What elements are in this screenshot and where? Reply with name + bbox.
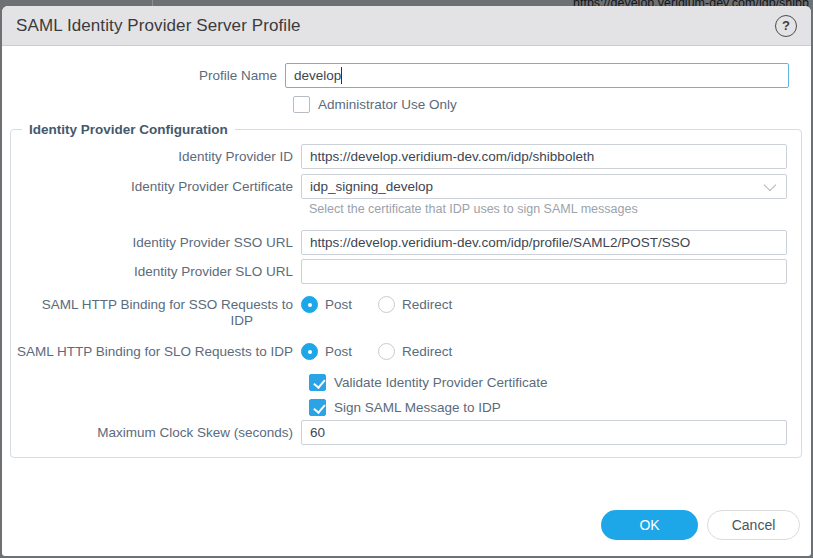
sso-binding-row: SAML HTTP Binding for SSO Requests to ID… (11, 292, 787, 329)
saml-idp-server-profile-dialog: SAML Identity Provider Server Profile ? … (2, 6, 811, 556)
idp-slo-url-row: Identity Provider SLO URL (11, 259, 787, 284)
sso-binding-redirect-radio[interactable] (378, 296, 395, 313)
slo-binding-redirect-label: Redirect (402, 343, 452, 360)
profile-name-row: Profile Name (2, 63, 811, 88)
idp-id-row: Identity Provider ID (11, 137, 787, 169)
text-caret (341, 67, 342, 84)
cancel-button[interactable]: Cancel (707, 510, 800, 540)
admin-use-only-checkbox[interactable] (293, 96, 310, 113)
sso-binding-redirect-label: Redirect (402, 296, 452, 313)
validate-cert-label: Validate Identity Provider Certificate (334, 374, 548, 391)
admin-use-only-row: Administrator Use Only (293, 96, 811, 113)
idp-certificate-select[interactable]: idp_signing_develop (301, 174, 787, 199)
clock-skew-input[interactable] (301, 420, 787, 445)
sign-saml-row: Sign SAML Message to IDP (309, 399, 787, 416)
sso-binding-post-radio[interactable] (301, 296, 318, 313)
validate-cert-checkbox[interactable] (309, 374, 326, 391)
idp-certificate-hint: Select the certificate that IDP uses to … (309, 202, 787, 216)
section-legend: Identity Provider Configuration (22, 122, 235, 137)
dialog-header: SAML Identity Provider Server Profile ? (2, 6, 811, 46)
slo-binding-row: SAML HTTP Binding for SLO Requests to ID… (11, 339, 787, 360)
idp-certificate-label: Identity Provider Certificate (11, 174, 301, 199)
idp-sso-url-row: Identity Provider SSO URL (11, 230, 787, 255)
help-icon[interactable]: ? (775, 15, 797, 37)
sso-binding-label: SAML HTTP Binding for SSO Requests to ID… (11, 292, 301, 329)
slo-binding-options: Post Redirect (301, 339, 787, 360)
chevron-down-icon (764, 179, 777, 192)
validate-cert-row: Validate Identity Provider Certificate (309, 374, 787, 391)
sign-saml-checkbox[interactable] (309, 399, 326, 416)
slo-binding-post-radio[interactable] (301, 343, 318, 360)
idp-id-label: Identity Provider ID (11, 144, 301, 169)
clock-skew-label: Maximum Clock Skew (seconds) (11, 420, 301, 445)
admin-use-only-label: Administrator Use Only (318, 96, 457, 113)
slo-binding-label: SAML HTTP Binding for SLO Requests to ID… (11, 339, 301, 360)
sign-saml-label: Sign SAML Message to IDP (334, 399, 501, 416)
dialog-footer: OK Cancel (601, 510, 800, 540)
idp-id-input[interactable] (301, 144, 787, 169)
identity-provider-configuration-section: Identity Provider Configuration Identity… (10, 122, 802, 458)
idp-certificate-row: Identity Provider Certificate idp_signin… (11, 174, 787, 199)
idp-slo-url-label: Identity Provider SLO URL (11, 259, 301, 284)
slo-binding-post-label: Post (325, 343, 352, 360)
sso-binding-post-label: Post (325, 296, 352, 313)
profile-name-label: Profile Name (2, 63, 285, 88)
idp-certificate-value: idp_signing_develop (310, 179, 433, 194)
dialog-title: SAML Identity Provider Server Profile (16, 16, 301, 36)
clock-skew-row: Maximum Clock Skew (seconds) (11, 420, 787, 445)
profile-name-input[interactable] (285, 63, 789, 88)
idp-sso-url-label: Identity Provider SSO URL (11, 230, 301, 255)
idp-sso-url-input[interactable] (301, 230, 787, 255)
sso-binding-options: Post Redirect (301, 292, 787, 313)
idp-slo-url-input[interactable] (301, 259, 787, 284)
ok-button[interactable]: OK (601, 510, 698, 540)
slo-binding-redirect-radio[interactable] (378, 343, 395, 360)
